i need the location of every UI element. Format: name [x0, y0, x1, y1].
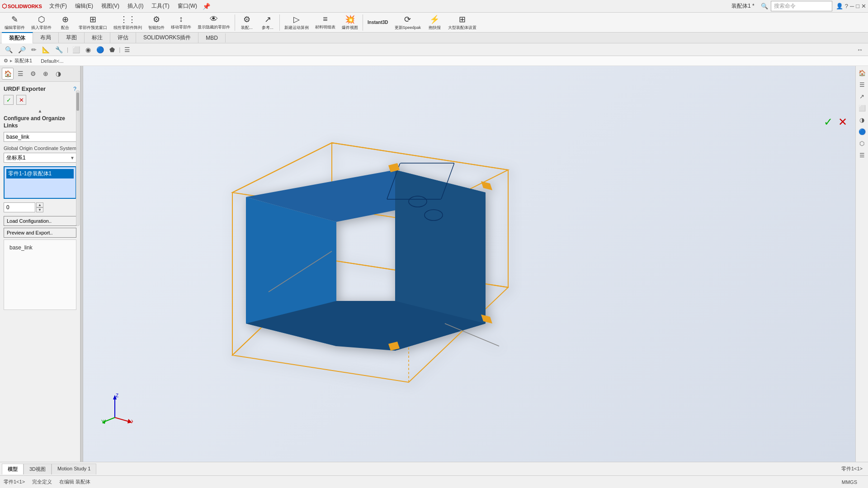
linear-array-btn[interactable]: ⋮⋮ 线性零部件阵列 [111, 14, 145, 32]
tree-root: base_link [8, 244, 72, 252]
tab-assembly[interactable]: 装配体 [2, 32, 33, 43]
insert-parts-btn[interactable]: ⬡ 插入零部件 [28, 14, 54, 32]
iconbar-circle[interactable]: ◉ [84, 45, 92, 54]
tab-sketch[interactable]: 草图 [59, 33, 85, 43]
urdf-header: URDF Exporter ? [4, 85, 76, 92]
tab-evaluate[interactable]: 评估 [110, 33, 136, 43]
speedpak-btn[interactable]: ⟳ 更新Speedpak [392, 14, 424, 32]
iconbar-sphere[interactable]: 🔵 [95, 45, 105, 54]
menu-pin[interactable]: 📌 [203, 3, 210, 10]
scroll-up-arrow[interactable]: ▲ [4, 108, 76, 113]
right-link-btn[interactable]: ↗ [857, 91, 867, 101]
number-input[interactable] [4, 202, 35, 212]
right-home-btn[interactable]: 🏠 [857, 68, 867, 78]
tab-sw-plugin[interactable]: SOLIDWORKS插件 [136, 33, 198, 43]
close-icon[interactable]: ✕ [861, 3, 866, 9]
listbox-item[interactable]: 零件1-1@装配体1 [6, 169, 74, 178]
show-hide-btn[interactable]: 👁 显示隐藏的零部件 [195, 14, 233, 32]
spin-up-btn[interactable]: ▲ [36, 202, 43, 207]
panel-settings-btn[interactable]: ⚙ [27, 68, 39, 80]
tab-model[interactable]: 模型 [2, 464, 24, 474]
panel-display-btn[interactable]: ◑ [52, 68, 64, 80]
instant3d-btn[interactable]: Instant3D [365, 14, 391, 32]
panel-tree-btn[interactable]: ☰ [14, 68, 26, 80]
urdf-panel: URDF Exporter ? ✓ ✕ ▲ Configure and Orga… [0, 82, 80, 462]
search-input-top[interactable]: 搜索命令 [771, 1, 832, 11]
quick-report-btn[interactable]: ⚡ 抱快报 [425, 14, 444, 32]
status-left: 零件1<1> 完全定义 在编辑 装配体 [4, 479, 90, 485]
bom-btn[interactable]: ≡ 材料明细表 [312, 14, 338, 32]
iconbar-diamond[interactable]: ⬟ [108, 45, 116, 54]
new-motion-btn[interactable]: ▷ 新建运动算例 [282, 14, 311, 32]
move-part-btn[interactable]: ↕ 移动零部件 [168, 14, 194, 32]
status-units: MMGS [842, 479, 857, 485]
maximize-icon[interactable]: □ [856, 3, 859, 9]
assemble-icon: ⚙ [243, 14, 250, 24]
breadcrumb-item: Default<... [41, 58, 63, 64]
mate-btn[interactable]: ⊕ 配合 [55, 14, 75, 32]
right-menu-btn[interactable]: ☰ [857, 150, 867, 160]
menu-window[interactable]: 窗口(W) [174, 1, 201, 11]
explode-btn[interactable]: 💥 爆炸视图 [339, 14, 361, 32]
iconbar-list[interactable]: ☰ [123, 45, 132, 54]
urdf-title: URDF Exporter [4, 85, 46, 92]
linear-array-icon: ⋮⋮ [120, 14, 136, 24]
iconbar-rect[interactable]: ⬜ [71, 45, 81, 54]
preview-export-btn[interactable]: Preview and Export.. [4, 228, 76, 238]
right-display-btn[interactable]: ◑ [857, 115, 867, 125]
panel-resize-icon[interactable]: ↔ [855, 45, 864, 54]
right-sphere-btn[interactable]: 🔵 [857, 127, 867, 136]
iconbar-wrench[interactable]: 🔧 [54, 45, 64, 54]
viewport-confirm-btn[interactable]: ✓ [824, 116, 833, 128]
parts-listbox[interactable]: 零件1-1@装配体1 [4, 166, 76, 199]
assemble-btn[interactable]: ⚙ 装配... [237, 14, 257, 32]
right-hex-btn[interactable]: ⬡ [857, 138, 867, 148]
smart-fastener-btn[interactable]: ⚙ 智能扣件 [146, 14, 167, 32]
spin-down-btn[interactable]: ▼ [36, 207, 43, 212]
right-rect-btn[interactable]: ⬜ [857, 103, 867, 113]
tab-3dview[interactable]: 3D视图 [24, 464, 52, 474]
iconbar-pencil[interactable]: ✏ [30, 45, 38, 54]
status-part: 零件1<1> [4, 479, 25, 485]
part-preview-btn[interactable]: ⊞ 零部件预览窗口 [76, 14, 110, 32]
configure-links-title: Configure and Organize Links [4, 115, 76, 129]
help-icon[interactable]: ? [845, 3, 848, 9]
account-icon[interactable]: 👤 [836, 3, 843, 9]
panel-add-btn[interactable]: ⊕ [40, 68, 52, 80]
menu-tools[interactable]: 工具(T) [148, 1, 173, 11]
menu-insert[interactable]: 插入(I) [124, 1, 147, 11]
confirm-btn[interactable]: ✓ [4, 95, 14, 105]
iconbar-sep2: | [119, 47, 120, 53]
panel-scrollbar[interactable] [76, 90, 80, 226]
search-box[interactable]: 🔍 [761, 3, 768, 9]
right-tree-btn[interactable]: ☰ [857, 80, 867, 89]
edit-parts-icon: ✎ [11, 14, 18, 24]
coord-dropdown[interactable]: 坐标系1 坐标系2 [4, 153, 76, 163]
edit-parts-btn[interactable]: ✎ 编辑零部件 [2, 14, 28, 32]
part-info: 零件1<1> [841, 466, 863, 471]
iconbar-filter[interactable]: 🔎 [17, 45, 27, 54]
tab-mbd[interactable]: MBD [198, 33, 226, 42]
reference-btn[interactable]: ↗ 参考... [258, 14, 278, 32]
panel-home-btn[interactable]: 🏠 [2, 68, 14, 80]
viewport[interactable]: ✓ ✕ Z X Y [83, 66, 855, 462]
iconbar-search[interactable]: 🔍 [4, 45, 14, 54]
link-name-input[interactable] [4, 132, 76, 142]
minimize-icon[interactable]: ─ [850, 3, 854, 9]
solidworks-logo: ⬡ SOLIDWORKS [2, 3, 42, 9]
iconbar-measure[interactable]: 📐 [41, 45, 51, 54]
tab-annotation[interactable]: 标注 [85, 33, 110, 43]
number-input-wrap: ▲ ▼ [4, 202, 76, 212]
tab-motion-study[interactable]: Motion Study 1 [52, 464, 96, 474]
load-config-btn[interactable]: Load Configuration.. [4, 216, 76, 226]
menu-file[interactable]: 文件(F) [46, 1, 71, 11]
menu-edit[interactable]: 编辑(E) [71, 1, 97, 11]
viewport-cancel-btn[interactable]: ✕ [838, 116, 847, 128]
menu-view[interactable]: 视图(V) [98, 1, 123, 11]
cancel-btn[interactable]: ✕ [16, 95, 26, 105]
large-assembly-btn[interactable]: ⊞ 大型装配体设置 [445, 14, 479, 32]
tab-layout[interactable]: 布局 [33, 33, 59, 43]
status-defined: 完全定义 [32, 479, 52, 485]
status-mode: 在编辑 装配体 [59, 479, 90, 485]
tree-section: base_link [4, 239, 76, 310]
